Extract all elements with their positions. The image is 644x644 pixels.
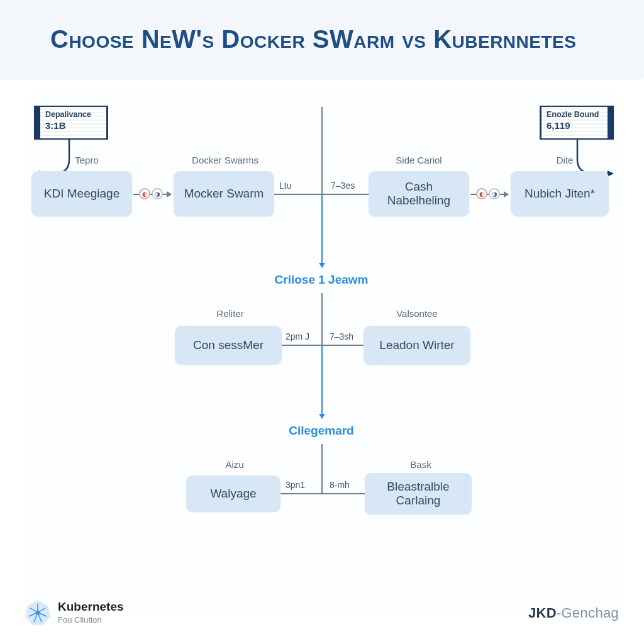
edge-ltu: Ltu (279, 180, 291, 191)
footer-right-bold: JKD (528, 605, 557, 621)
node-nubich: Nubich Jiten* (511, 171, 609, 216)
caption-2-2: Valsontee (364, 308, 470, 319)
node-mocker-swarm: Mocker Swarm (174, 171, 274, 216)
caption-1-3: Side Cariol (362, 155, 475, 165)
edge-2pmj: 2pm J (286, 331, 309, 341)
node-cash: Cash Nabelheling (369, 171, 469, 216)
tag-right: Enozle Bound 6,119 (540, 106, 614, 140)
caption-1-4: Dite (527, 155, 602, 165)
caption-3-1: Aizu (187, 459, 282, 470)
node-leadon: Leadon Wirter (364, 326, 470, 365)
tag-left-label: Depalivance (45, 110, 101, 119)
section-2: Cilegemard (258, 424, 384, 438)
node-walyage: Walyage (186, 475, 280, 512)
node-kdi: KDI Meegiage (31, 171, 132, 216)
footer: Kubernetes Fou Cllution JKD-Genchag (0, 596, 644, 634)
row2-mid-line (282, 345, 364, 346)
node-bleastralble: Bleastralble Carlaing (365, 473, 472, 514)
footer-right-brand: JKD-Genchag (528, 605, 619, 621)
footer-brand-sub: Fou Cllution (58, 615, 101, 625)
spine-mid1 (321, 293, 323, 345)
spine-top (321, 107, 323, 194)
icon-pair-right: ◐◑ (475, 186, 501, 201)
caption-1-1: Tepro (49, 155, 125, 165)
footer-brand-name: Kubernetes (58, 600, 124, 614)
footer-right-light: Genchag (562, 605, 619, 621)
kubernetes-icon (24, 599, 52, 626)
row3-mid-line (280, 493, 365, 494)
icon-pair-left: ◐◑ (138, 186, 164, 201)
edge-73sh: 7–3sh (330, 331, 353, 341)
node-con-sessmer: Con sessMer (175, 326, 282, 365)
diagram-canvas: Depalivance 3:1B Enozle Bound 6,119 Tepr… (0, 94, 644, 585)
footer-right-sep: - (557, 605, 562, 621)
spine-arrow-2 (321, 346, 323, 418)
title-band: Choose NeW's Docker SWarm vs Kubernnetes (0, 0, 644, 80)
tag-left: Depalivance 3:1B (34, 106, 108, 140)
section-1: Criiose 1 Jeawm (258, 273, 384, 287)
edge-8mh: 8-mh (330, 480, 350, 490)
caption-2-1: Reliter (180, 308, 280, 319)
caption-3-2: Bask (367, 459, 474, 470)
tag-right-value: 6,119 (547, 120, 602, 131)
edge-73es: 7–3es (331, 180, 355, 191)
page-title: Choose NeW's Docker SWarm vs Kubernnetes (50, 25, 613, 53)
spine-arrow-1 (321, 195, 323, 267)
edge-3pn1: 3pn1 (286, 480, 305, 490)
tag-left-value: 3:1B (45, 120, 101, 131)
caption-1-2: Docker Swarms (169, 155, 282, 165)
spine-mid2 (321, 444, 323, 493)
tag-right-label: Enozle Bound (547, 110, 602, 119)
page: Choose NeW's Docker SWarm vs Kubernnetes… (0, 0, 644, 644)
